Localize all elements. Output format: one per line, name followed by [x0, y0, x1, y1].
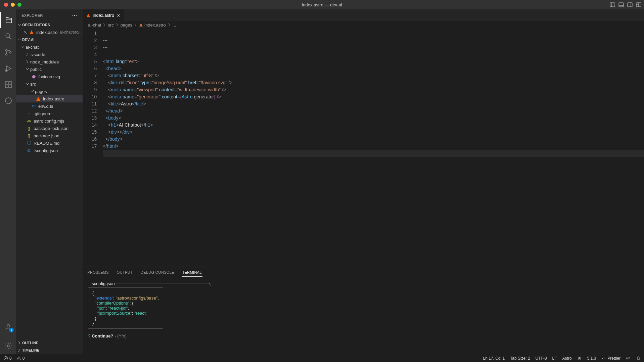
workspace-section[interactable]: DEV-AI: [16, 36, 83, 43]
settings-tab[interactable]: [0, 338, 16, 354]
folder-pages[interactable]: pages: [16, 88, 83, 95]
folder-src[interactable]: src: [16, 80, 83, 88]
toggle-primary-sidebar-icon[interactable]: [610, 2, 615, 7]
svg-rect-19: [9, 85, 11, 88]
file-tsconfig[interactable]: ⚙tsconfig.json: [16, 147, 83, 154]
status-tabsize[interactable]: Tab Size: 2: [510, 356, 530, 361]
folder-node-modules[interactable]: node_modules: [16, 58, 83, 65]
tab-output[interactable]: OUTPUT: [116, 268, 133, 276]
minimize-window-icon[interactable]: [11, 3, 15, 7]
outline-section[interactable]: OUTLINE: [16, 339, 83, 347]
status-broadcast-icon[interactable]: [626, 356, 631, 361]
svg-point-56: [628, 358, 629, 359]
svg-rect-0: [610, 3, 615, 7]
terminal-body[interactable]: tsconfig.json ──────────────────────────…: [83, 278, 644, 354]
file-gitignore[interactable]: ◦.gitignore: [16, 110, 83, 117]
tsconfig-file-icon: ⚙: [26, 148, 32, 153]
code-content: --- --- <html lang="en"> <head> <meta ch…: [103, 29, 644, 267]
toggle-secondary-sidebar-icon[interactable]: [627, 2, 633, 7]
close-window-icon[interactable]: [4, 3, 8, 7]
svg-file-icon: ⬟: [31, 74, 36, 79]
status-language[interactable]: Astro: [562, 356, 572, 361]
info-file-icon: ⓘ: [26, 140, 32, 146]
svg-point-12: [6, 54, 7, 55]
close-tab-icon[interactable]: [116, 13, 121, 18]
folder-public[interactable]: public: [16, 65, 83, 73]
explorer-more-icon[interactable]: [72, 13, 77, 18]
status-encoding[interactable]: UTF-8: [536, 356, 547, 361]
accounts-badge: 1: [9, 328, 14, 332]
json-file-icon: {}: [26, 126, 32, 131]
bottom-panel: PROBLEMS OUTPUT DEBUG CONSOLE TERMINAL z…: [83, 267, 644, 354]
source-control-tab[interactable]: [0, 44, 16, 60]
explorer-tab[interactable]: [0, 12, 16, 28]
extensions-tab[interactable]: [0, 77, 16, 93]
svg-marker-30: [87, 13, 90, 17]
status-warnings[interactable]: 0: [16, 356, 25, 361]
svg-rect-4: [628, 3, 632, 7]
tab-index-astro[interactable]: index.astro: [83, 9, 125, 21]
svg-point-23: [73, 15, 73, 15]
window-title: index.astro — dev-ai: [302, 2, 342, 7]
statusbar: 0 0 Ln 17, Col 1 Tab Size: 2 UTF-8 LF As…: [0, 354, 644, 362]
file-astro-config[interactable]: JSastro.config.mjs: [16, 117, 83, 125]
svg-marker-14: [6, 66, 11, 71]
traffic-lights: [4, 3, 21, 7]
file-index-astro[interactable]: index.astro: [16, 95, 83, 102]
timeline-section[interactable]: TIMELINE: [16, 347, 83, 354]
activity-bar: 1: [0, 9, 16, 354]
file-pkg[interactable]: {}package.json: [16, 132, 83, 139]
layout-controls: [610, 2, 641, 7]
search-tab[interactable]: [0, 28, 16, 44]
code-editor[interactable]: 1234567891011121314151617 --- --- <html …: [83, 29, 644, 267]
extra-tab[interactable]: [0, 93, 16, 109]
svg-line-10: [9, 37, 11, 39]
file-readme[interactable]: ⓘREADME.md: [16, 139, 83, 147]
editor-area: index.astro ai-chat src pages index.astr…: [83, 9, 644, 354]
folder-ai-chat[interactable]: ai-chat: [16, 43, 83, 51]
astro-file-icon: [29, 30, 34, 35]
customize-layout-icon[interactable]: [636, 2, 641, 7]
accounts-tab[interactable]: 1: [0, 319, 16, 335]
folder-vscode[interactable]: .vscode: [16, 51, 83, 58]
status-bell-icon[interactable]: [636, 356, 641, 361]
svg-point-9: [6, 34, 10, 38]
svg-point-21: [7, 324, 10, 327]
status-errors[interactable]: 0: [3, 356, 12, 361]
open-editors-section[interactable]: OPEN EDITORS: [16, 21, 83, 29]
status-prettier[interactable]: Prettier: [601, 356, 620, 361]
toggle-panel-icon[interactable]: [618, 2, 624, 7]
svg-rect-17: [9, 82, 11, 84]
ts-file-icon: TS: [31, 103, 36, 109]
open-editor-item[interactable]: index.astro ai-chat/src/...: [16, 29, 83, 36]
line-gutter: 1234567891011121314151617: [83, 29, 103, 267]
astro-file-icon: [139, 23, 143, 27]
svg-marker-38: [140, 24, 143, 27]
explorer-title: EXPLORER: [21, 13, 43, 17]
git-file-icon: ◦: [26, 111, 32, 116]
file-env-dts[interactable]: TSenv.d.ts: [16, 102, 83, 110]
status-version[interactable]: 5.1.3: [587, 356, 596, 361]
editor-tabs: index.astro: [83, 9, 644, 21]
svg-rect-2: [619, 3, 624, 7]
file-favicon[interactable]: ⬟favicon.svg: [16, 73, 83, 80]
svg-point-13: [10, 52, 11, 53]
maximize-window-icon[interactable]: [17, 3, 21, 7]
run-debug-tab[interactable]: [0, 60, 16, 77]
json-file-icon: {}: [26, 133, 32, 138]
tab-problems[interactable]: PROBLEMS: [87, 268, 109, 276]
explorer-sidebar: EXPLORER OPEN EDITORS index.astro ai-cha…: [16, 9, 83, 354]
status-eol[interactable]: LF: [552, 356, 557, 361]
tab-terminal[interactable]: TERMINAL: [182, 268, 202, 277]
svg-marker-29: [36, 97, 40, 101]
breadcrumbs[interactable]: ai-chat src pages index.astro ...: [83, 21, 644, 29]
svg-point-11: [6, 50, 7, 51]
status-cursor[interactable]: Ln 17, Col 1: [483, 356, 505, 361]
tab-debug-console[interactable]: DEBUG CONSOLE: [140, 268, 175, 276]
close-editor-icon[interactable]: [23, 30, 28, 35]
svg-rect-16: [5, 82, 8, 84]
svg-point-25: [76, 15, 77, 15]
file-pkg-lock[interactable]: {}package-lock.json: [16, 125, 83, 132]
svg-point-24: [74, 15, 75, 15]
status-copilot[interactable]: [577, 356, 582, 361]
